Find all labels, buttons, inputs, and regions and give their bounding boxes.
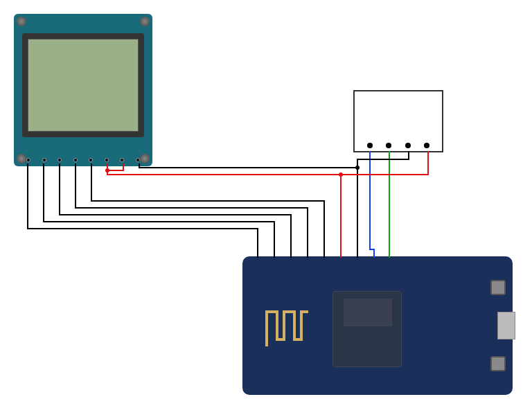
nokia-pin-din: [73, 141, 78, 162]
esp8266-chip: [332, 291, 402, 367]
reset-button[interactable]: [490, 356, 506, 371]
bme-pin-scl: [367, 133, 373, 148]
screw-icon: [140, 17, 150, 26]
nokia-lcd-frame: [22, 33, 144, 137]
chip-shield: [344, 299, 392, 326]
bme-pin-sda: [386, 133, 391, 148]
nokia-pin-clk: [89, 141, 93, 162]
nokia-pin-bl: [120, 141, 124, 162]
bme-pin-gnd: [405, 133, 411, 148]
nokia-pin-dc: [57, 141, 62, 162]
svg-point-2: [339, 173, 343, 177]
bme280-module: [353, 90, 443, 152]
nokia-pin-ce: [42, 141, 46, 162]
screw-icon: [17, 17, 26, 26]
nokia-pin-rst: [26, 141, 30, 162]
nokia-pin-row: [21, 141, 145, 162]
nokia-pin-gnd: [136, 141, 140, 162]
usb-port-icon: [497, 312, 515, 339]
bme-pin-vcc: [424, 133, 429, 148]
pcb-antenna-icon: [263, 305, 312, 353]
flash-button[interactable]: [490, 280, 506, 295]
bme-pin-row: [360, 114, 436, 148]
svg-point-1: [355, 166, 360, 170]
nokia5110-module: [14, 14, 152, 166]
nokia-pin-vcc: [105, 141, 109, 162]
nodemcu-board: [242, 256, 513, 395]
nokia-lcd-screen: [28, 39, 139, 132]
svg-point-0: [105, 168, 109, 173]
